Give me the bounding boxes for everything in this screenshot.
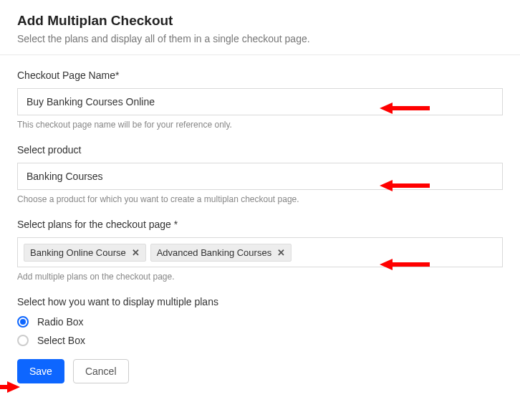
cancel-button[interactable]: Cancel (73, 359, 129, 383)
plan-tag-label: Advanced Banking Courses (157, 247, 271, 258)
plan-tag-label: Banking Online Course (30, 247, 126, 258)
field-product: Select product Banking Courses Choose a … (17, 144, 503, 204)
divider (0, 54, 520, 55)
page-name-input[interactable] (17, 88, 503, 115)
page-name-help: This checkout page name will be for your… (17, 120, 503, 130)
radio-label: Radio Box (37, 316, 84, 328)
radio-option-radio-box[interactable]: Radio Box (17, 316, 503, 328)
product-help: Choose a product for which you want to c… (17, 194, 503, 204)
radio-icon (17, 316, 29, 328)
radio-option-select-box[interactable]: Select Box (17, 335, 503, 346)
page-name-label: Checkout Page Name* (17, 70, 503, 81)
plan-tag: Banking Online Course ✕ (24, 244, 146, 262)
plans-tags-input[interactable]: Banking Online Course ✕ Advanced Banking… (17, 237, 503, 267)
plan-tag: Advanced Banking Courses ✕ (150, 244, 292, 262)
display-label: Select how you want to display multiple … (17, 296, 503, 307)
product-label: Select product (17, 144, 503, 156)
remove-tag-icon[interactable]: ✕ (132, 247, 140, 258)
field-page-name: Checkout Page Name* This checkout page n… (17, 70, 503, 130)
field-display-mode: Select how you want to display multiple … (17, 296, 503, 346)
product-select[interactable]: Banking Courses (17, 163, 503, 190)
radio-label: Select Box (37, 335, 85, 346)
remove-tag-icon[interactable]: ✕ (277, 247, 285, 258)
button-row: Save Cancel (17, 359, 503, 383)
save-button[interactable]: Save (17, 359, 64, 383)
page-subtitle: Select the plans and display all of them… (17, 33, 503, 44)
field-plans: Select plans for the checkout page * Ban… (17, 219, 503, 282)
plans-label: Select plans for the checkout page * (17, 219, 503, 230)
plans-help: Add multiple plans on the checkout page. (17, 272, 503, 282)
page-title: Add Multiplan Checkout (17, 13, 503, 29)
radio-icon (17, 335, 29, 346)
